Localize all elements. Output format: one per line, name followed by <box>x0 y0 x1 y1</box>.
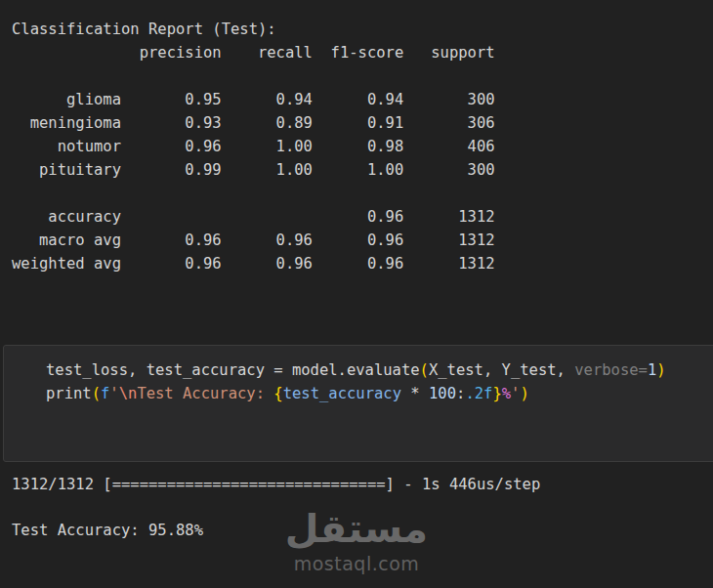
code-token-bracket: } <box>492 385 501 402</box>
code-token-escape: \n <box>119 385 138 402</box>
classification-report-table: Classification Report (Test): precision … <box>12 18 495 275</box>
code-line[interactable]: test_loss, test_accuracy = model.evaluat… <box>46 358 713 382</box>
code-token-string: Test Accuracy: <box>137 385 273 402</box>
code-line[interactable]: print(f'\nTest Accuracy: {test_accuracy … <box>46 382 713 405</box>
code-token-variable: test_accuracy <box>283 385 411 402</box>
test-accuracy-output: Test Accuracy: 95.88% <box>12 521 203 540</box>
code-token-number: 1 <box>648 361 656 379</box>
watermark-domain: mostaql.com <box>0 553 713 574</box>
code-token-bracket: { <box>273 385 282 402</box>
code-token-plain: X_test, Y_test, <box>429 361 574 379</box>
code-token-plain: test_loss, test_accuracy = model.evaluat… <box>46 361 420 379</box>
code-token-bracket: ) <box>520 385 528 402</box>
code-cell[interactable]: test_loss, test_accuracy = model.evaluat… <box>3 345 713 462</box>
code-token-bracket: ( <box>420 361 429 379</box>
code-token-string: ' <box>511 385 520 402</box>
code-editor-content[interactable]: test_loss, test_accuracy = model.evaluat… <box>4 346 713 405</box>
code-token-number: 100 <box>429 385 456 402</box>
code-token-formatspec: .2f <box>465 385 492 402</box>
code-token-percent: % <box>502 385 511 402</box>
code-token-plain: : <box>456 385 465 402</box>
progress-bar-output: 1312/1312 [=============================… <box>12 475 540 494</box>
code-token-bracket: ) <box>656 361 665 379</box>
code-token-plain: print <box>46 385 92 402</box>
code-token-fprefix: f <box>101 385 109 402</box>
code-token-param: verbose= <box>574 361 648 379</box>
code-token-string: ' <box>109 385 118 402</box>
code-token-bracket: ( <box>92 385 101 402</box>
notebook-output-screen: Classification Report (Test): precision … <box>0 0 713 588</box>
code-token-plain: * <box>410 385 429 402</box>
